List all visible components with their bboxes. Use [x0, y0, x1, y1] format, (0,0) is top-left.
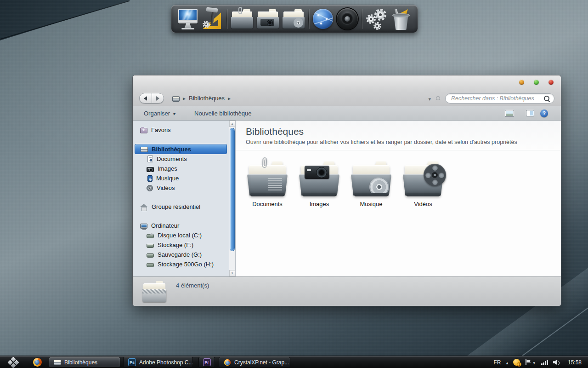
volume-icon[interactable] — [553, 360, 560, 365]
chevron-right-icon[interactable] — [183, 95, 186, 102]
library-label: Documents — [247, 201, 288, 207]
libraries-folder-icon — [172, 96, 180, 102]
library-label: Images — [299, 201, 340, 207]
taskbar-button-crystalxp[interactable]: CrystalXP.net - Grap... — [219, 357, 290, 368]
breadcrumb: Bibliothèques — [172, 95, 231, 102]
folder-icon — [142, 281, 166, 302]
items-count: 4 élément(s) — [176, 282, 209, 289]
dock-music-folder-icon[interactable] — [283, 7, 305, 30]
dock-pictures-folder-icon[interactable] — [257, 7, 279, 30]
forward-arrow-icon — [156, 96, 159, 101]
sidebar-item-label: Sauvegarde (G:) — [158, 251, 202, 258]
preview-pane-button[interactable] — [526, 110, 534, 116]
sidebar-item-label: Bibliothèques — [152, 146, 191, 153]
scroll-down-icon[interactable] — [229, 270, 235, 276]
dock-documents-folder-icon[interactable] — [231, 7, 253, 30]
update-count-badge: 1 — [517, 362, 521, 367]
library-musique[interactable]: Musique — [351, 161, 392, 207]
computer-monitor-icon — [140, 224, 147, 229]
music-player-icon — [147, 175, 153, 182]
content-pane: Bibliothèques Ouvrir une bibliothèque po… — [236, 121, 561, 276]
network-signal-icon[interactable] — [541, 360, 548, 365]
sidebar-item-videos[interactable]: Vidéos — [133, 183, 235, 193]
dock-separator — [226, 9, 227, 29]
action-center-flag-icon[interactable] — [525, 359, 531, 365]
sidebar-item-homegroup[interactable]: Groupe résidentiel — [133, 202, 235, 212]
update-notification-icon[interactable]: 1 — [513, 359, 520, 366]
sidebar-item-drive-g[interactable]: Sauvegarde (G:) — [133, 250, 235, 259]
dock-separator — [362, 9, 362, 29]
dock-speaker-icon[interactable] — [337, 7, 358, 30]
navigation-pane: Favoris Bibliothèques Documents Images — [133, 121, 236, 276]
organize-label: Organiser — [144, 110, 170, 117]
house-icon — [140, 204, 148, 211]
sidebar-item-drive-c[interactable]: Disque local (C:) — [133, 230, 235, 240]
chevron-right-icon[interactable] — [228, 95, 231, 102]
premiere-icon: Pr — [203, 358, 211, 366]
dock-design-tools-icon[interactable] — [202, 7, 223, 30]
show-hidden-icons-button[interactable] — [506, 359, 508, 366]
taskbar: Bibliothèques Ps Adobe Photoshop C... Pr… — [0, 356, 588, 368]
sidebar-item-label: Musique — [156, 175, 179, 182]
library-images[interactable]: Images — [299, 161, 340, 207]
nav-history-buttons — [139, 93, 164, 104]
navigation-bar: Bibliothèques — [133, 91, 561, 106]
scroll-up-icon[interactable] — [229, 121, 235, 127]
dock-computer-imac-icon[interactable] — [178, 7, 198, 30]
photoshop-icon: Ps — [128, 358, 136, 366]
new-library-label: Nouvelle bibliothèque — [194, 110, 251, 117]
explorer-window: Bibliothèques Organiser Nouvelle bibliot… — [132, 75, 561, 306]
sidebar-item-images[interactable]: Images — [133, 164, 235, 173]
new-library-button[interactable]: Nouvelle bibliothèque — [194, 110, 251, 117]
library-list: Documents Images Mus — [236, 150, 561, 207]
sidebar-item-label: Vidéos — [157, 184, 175, 191]
documents-library-icon — [247, 161, 288, 196]
maximize-button[interactable] — [534, 80, 539, 85]
forward-button[interactable] — [152, 93, 164, 103]
folder-icon — [54, 360, 61, 365]
taskbar-button-libraries[interactable]: Bibliothèques — [49, 357, 120, 368]
disc-icon — [147, 185, 153, 191]
taskbar-button-premiere[interactable]: Pr — [198, 357, 215, 368]
search-input[interactable] — [451, 95, 543, 102]
firefox-icon — [224, 359, 231, 365]
library-label: Musique — [351, 201, 392, 207]
minimize-button[interactable] — [519, 80, 524, 85]
breadcrumb-item-libraries[interactable]: Bibliothèques — [189, 95, 225, 102]
sidebar-item-musique[interactable]: Musique — [133, 173, 235, 183]
search-icon[interactable] — [543, 95, 550, 102]
dock-trash-icon[interactable] — [391, 7, 411, 30]
document-icon — [147, 155, 153, 162]
refresh-icon[interactable] — [436, 96, 440, 100]
language-indicator[interactable]: FR — [493, 359, 501, 366]
dock-settings-gears-icon[interactable] — [366, 7, 387, 30]
hard-drive-icon — [147, 263, 154, 267]
address-dropdown-icon[interactable] — [428, 94, 431, 103]
titlebar[interactable] — [133, 75, 561, 91]
start-button[interactable] — [8, 357, 18, 367]
sidebar-item-computer[interactable]: Ordinateur — [133, 221, 235, 230]
library-label: Vidéos — [402, 201, 444, 207]
taskbar-button-photoshop[interactable]: Ps Adobe Photoshop C... — [123, 357, 193, 368]
sidebar-item-documents[interactable]: Documents — [133, 154, 235, 164]
back-button[interactable] — [140, 93, 152, 103]
sidebar-item-drive-h[interactable]: Stockage 500Go (H:) — [133, 259, 235, 269]
desktop: Bibliothèques Organiser Nouvelle bibliot… — [0, 0, 588, 368]
firefox-launcher-icon[interactable] — [33, 358, 42, 367]
sidebar-item-favorites[interactable]: Favoris — [133, 125, 235, 135]
sidebar-item-drive-f[interactable]: Stockage (F:) — [133, 240, 235, 250]
clock[interactable]: 15:58 — [568, 359, 582, 366]
taskbar-button-label: Bibliothèques — [64, 359, 97, 366]
scrollbar-thumb[interactable] — [230, 128, 235, 251]
sidebar-item-libraries[interactable]: Bibliothèques — [135, 144, 227, 154]
library-documents[interactable]: Documents — [247, 161, 288, 207]
dock-network-globe-icon[interactable] — [313, 7, 333, 30]
help-button[interactable] — [540, 109, 548, 117]
organize-button[interactable]: Organiser — [144, 110, 175, 117]
sidebar-scrollbar[interactable] — [229, 121, 235, 276]
sidebar-item-label: Images — [158, 165, 177, 172]
sidebar-item-label: Stockage 500Go (H:) — [158, 261, 214, 268]
library-videos[interactable]: Vidéos — [402, 161, 444, 207]
change-view-button[interactable] — [505, 110, 514, 117]
close-button[interactable] — [548, 80, 554, 85]
